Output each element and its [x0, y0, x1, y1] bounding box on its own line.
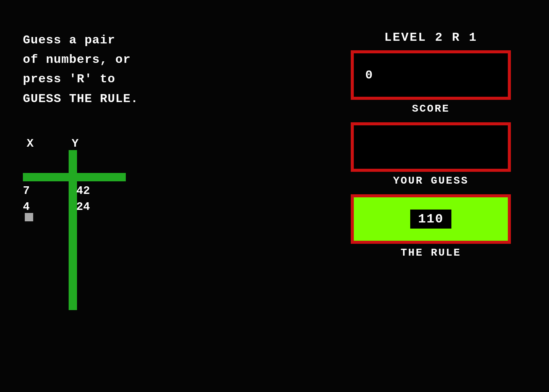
- score-box: 0: [351, 50, 511, 100]
- cross-vertical-bar: [69, 150, 77, 310]
- cross-shape: 7 42 4 24: [23, 150, 130, 310]
- rule-box: 110: [351, 194, 511, 244]
- rule-label: THE RULE: [351, 247, 511, 259]
- score-value: 0: [365, 68, 372, 82]
- guess-label: YOUR GUESS: [351, 175, 511, 187]
- score-label: SCORE: [351, 103, 511, 115]
- instruction-line3: press 'R' to: [23, 69, 138, 89]
- y-val-1: 42: [76, 184, 90, 197]
- instruction-line2: of numbers, or: [23, 50, 138, 69]
- instructions-text: Guess a pair of numbers, or press 'R' to…: [23, 30, 138, 109]
- data-values: 7 42 4 24: [23, 184, 130, 216]
- table-row: 7 42: [23, 184, 130, 197]
- right-panel: LEVEL 2 R 1 0 SCORE YOUR GUESS 110 THE R…: [351, 30, 511, 266]
- y-column-label: Y: [72, 137, 79, 150]
- instruction-line4: GUESS THE RULE.: [23, 89, 138, 109]
- x-column-label: X: [27, 137, 34, 150]
- table-row: 4 24: [23, 200, 130, 213]
- cross-area: X Y 7 42 4 24: [23, 137, 130, 310]
- y-val-2: 24: [76, 200, 90, 213]
- level-indicator: LEVEL 2 R 1: [351, 30, 511, 45]
- rule-value: 110: [410, 210, 451, 229]
- cursor-block: [25, 213, 33, 221]
- x-val-1: 7: [23, 184, 65, 197]
- game-container: Guess a pair of numbers, or press 'R' to…: [0, 0, 549, 392]
- xy-labels: X Y: [27, 137, 133, 150]
- guess-box[interactable]: [351, 122, 511, 172]
- x-val-2: 4: [23, 200, 65, 213]
- instruction-line1: Guess a pair: [23, 30, 138, 50]
